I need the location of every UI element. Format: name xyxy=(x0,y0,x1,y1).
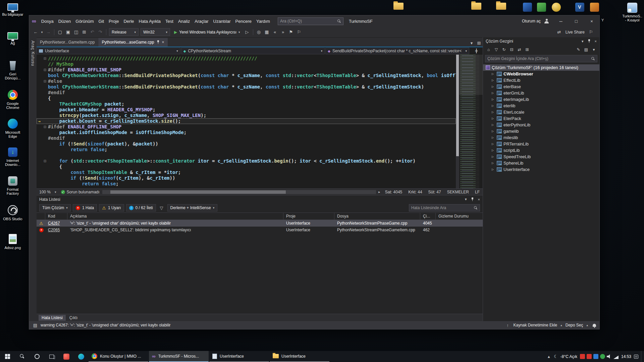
bookmark-outline-icon[interactable]: ⚐ xyxy=(296,28,303,36)
pin-icon[interactable] xyxy=(471,197,474,201)
increase-indent-icon[interactable]: » xyxy=(279,28,287,36)
solution-explorer-sync-icon[interactable]: ▦ xyxy=(263,28,271,36)
error-scope-dropdown[interactable]: Tüm Çözüm ▾ xyxy=(39,204,71,212)
fold-margin[interactable] xyxy=(42,175,48,181)
editor-tab[interactable]: PythonNetwor...GameItem.cpp xyxy=(37,38,98,47)
code-line[interactable]: ⊟#else xyxy=(37,78,456,84)
redo-icon[interactable]: ↷ xyxy=(97,28,104,36)
red-app-tray-icon[interactable] xyxy=(587,354,592,359)
fold-margin[interactable] xyxy=(42,96,48,101)
expander-icon[interactable]: ▷ xyxy=(492,136,495,139)
code-line[interactable]: // MyShop xyxy=(37,61,456,67)
pin-icon[interactable] xyxy=(588,39,591,43)
project-node[interactable]: ▷mileslib xyxy=(483,134,599,141)
sign-in-button[interactable]: Oturum aç xyxy=(522,19,541,23)
expander-icon[interactable]: ▷ xyxy=(492,117,495,120)
taskbar-button[interactable]: Konu Oluştur | MMO ... xyxy=(89,351,148,362)
desktop-icon-chrome[interactable]: Google Chrome xyxy=(1,90,25,110)
fold-margin[interactable] xyxy=(42,101,48,107)
expander-icon[interactable]: ▷ xyxy=(492,123,495,126)
breakpoint-margin[interactable] xyxy=(37,181,42,187)
code-line[interactable]: ⊟///////////////////////////////////////… xyxy=(37,56,456,61)
refresh-icon[interactable]: ↻ xyxy=(500,46,507,53)
menu-proje[interactable]: Proje xyxy=(106,17,121,25)
maximize-button[interactable]: □ xyxy=(569,15,584,27)
tabs-mode-indicator[interactable]: SEKMELER xyxy=(444,190,472,194)
breakpoint-margin[interactable] xyxy=(37,96,42,101)
taskbar-button[interactable]: UserInterface xyxy=(209,351,269,362)
zoom-dropdown[interactable]: 100 % ▾ xyxy=(37,189,59,195)
solution-explorer-title-bar[interactable]: Çözüm Gezgini ▾ × xyxy=(483,37,599,45)
tab-options-icon[interactable]: ⊞ xyxy=(475,39,483,47)
desktop-icon-idm[interactable]: Internet Downlo... xyxy=(1,147,25,167)
code-line[interactable]: TPacketCGMyShop packet; xyxy=(37,101,456,107)
panel-tab-hata-listesi[interactable]: Hata Listesi xyxy=(39,315,66,321)
notifications-bell-icon[interactable] xyxy=(593,324,596,327)
properties-icon[interactable]: ✎ xyxy=(575,46,582,53)
scroll-right-arrow-icon[interactable]: ▸ xyxy=(377,190,382,194)
fold-margin[interactable] xyxy=(42,153,48,158)
breakpoint-margin[interactable] xyxy=(37,84,42,90)
select-repository-button[interactable]: Depo Seç xyxy=(566,323,583,327)
find-in-files-icon[interactable]: ◎ xyxy=(255,28,263,36)
breakpoint-margin[interactable] xyxy=(37,56,42,61)
desktop-shortcut-turkmmos[interactable]: TurkmmoS..- Kısayol xyxy=(619,3,644,22)
error-code-link[interactable]: C4267 xyxy=(45,221,67,226)
cortana-button[interactable] xyxy=(30,351,44,362)
breakpoint-margin[interactable] xyxy=(37,153,42,158)
expander-icon[interactable]: ▷ xyxy=(492,130,495,133)
project-node[interactable]: ▷gamelib xyxy=(483,128,599,134)
expander-icon[interactable]: ▷ xyxy=(492,92,495,95)
member-dropdown[interactable]: ◆ SendBuildPrivateShopPacket(const char … xyxy=(325,48,469,54)
breakpoint-margin[interactable] xyxy=(37,164,42,170)
fold-margin[interactable]: ⊟ xyxy=(42,124,48,130)
project-node[interactable]: ▷EterLocale xyxy=(483,109,599,115)
hidden-icons-chevron-icon[interactable]: ▴ xyxy=(546,353,551,360)
breakpoint-margin[interactable] xyxy=(37,124,42,130)
sync-with-active-document-icon[interactable]: ⇄ xyxy=(516,46,523,53)
breakpoint-margin[interactable] xyxy=(37,130,42,135)
start-button[interactable] xyxy=(0,351,15,362)
fold-margin[interactable] xyxy=(42,164,48,170)
code-line[interactable]: packet.bHeader = HEADER_CG_MYSHOP; xyxy=(37,107,456,113)
green-app-tray-icon[interactable] xyxy=(600,354,605,359)
menu-uzantılar[interactable]: Uzantılar xyxy=(211,17,233,25)
expander-icon[interactable]: ▷ xyxy=(492,79,495,82)
menu-pencere[interactable]: Pencere xyxy=(233,17,254,25)
window-position-chevron-icon[interactable]: ▾ xyxy=(465,197,467,201)
taskbar-button[interactable]: UserInterface xyxy=(270,351,329,362)
menu-derle[interactable]: Derle xyxy=(121,17,136,25)
project-node[interactable]: ▷eterBase xyxy=(483,83,599,90)
code-line[interactable]: bool CPythonNetworkStream::SendBuildPriv… xyxy=(37,84,456,90)
column-header[interactable]: Gizleme Durumu xyxy=(436,213,483,220)
project-node[interactable]: ▷UserInterface xyxy=(483,166,599,173)
fold-margin[interactable] xyxy=(42,135,48,141)
menu-düzen[interactable]: Düzen xyxy=(56,17,73,25)
clock[interactable]: 14:53 xyxy=(621,354,631,359)
menu-analiz[interactable]: Analiz xyxy=(176,17,192,25)
editor-vertical-scrollbar[interactable] xyxy=(456,55,459,188)
code-line[interactable]: #endif xyxy=(37,90,456,96)
toolbox-side-tab[interactable]: Araç Kutusu xyxy=(29,37,37,321)
window-position-chevron-icon[interactable]: ▾ xyxy=(582,39,584,44)
code-line[interactable]: return false; xyxy=(37,181,456,187)
project-node[interactable]: ▷EterPack xyxy=(483,115,599,122)
code-line[interactable]: ⊟ for (std::vector<TShopItemTable>::cons… xyxy=(37,158,456,164)
desktop-icon-png[interactable]: Adsız.png xyxy=(1,234,25,250)
red-app-tray-icon[interactable] xyxy=(580,354,585,359)
start-without-debugging-icon[interactable]: ▷ xyxy=(244,28,251,36)
error-list-row[interactable]: ×C2065'SHOP_SUBHEADER_CG_SELL2': bildiri… xyxy=(37,227,483,233)
scrollbar-thumb[interactable] xyxy=(110,190,285,194)
desktop-icon-app-orange[interactable] xyxy=(585,3,604,12)
fold-margin[interactable] xyxy=(42,113,48,118)
fold-margin[interactable] xyxy=(42,73,48,78)
severity-column-header[interactable] xyxy=(37,213,45,220)
solution-platform-dropdown[interactable]: Win32 ▾ xyxy=(141,28,170,36)
messages-filter-button[interactable]: i 0 / 62 İleti xyxy=(126,204,156,212)
project-node[interactable]: ▷SphereLib xyxy=(483,160,599,166)
live-share-button[interactable]: Live Share xyxy=(566,30,585,35)
blue-app-tray-icon[interactable] xyxy=(593,354,598,359)
save-icon[interactable]: ◫ xyxy=(72,28,80,36)
close-icon[interactable]: × xyxy=(162,40,164,45)
breakpoint-margin[interactable] xyxy=(37,170,42,175)
